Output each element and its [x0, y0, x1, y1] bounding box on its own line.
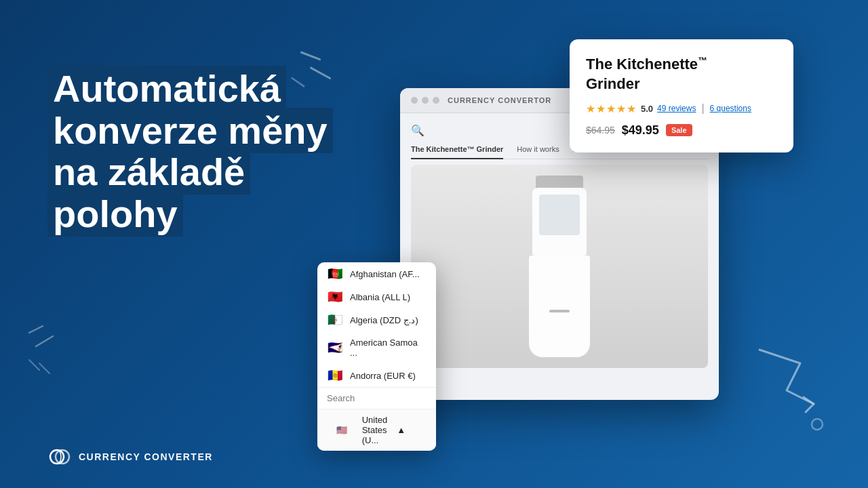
price-row: $64.95 $49.95 Sale	[586, 123, 777, 138]
country-albania: Albania (ALL L)	[350, 292, 410, 302]
hero-line1: Automatická	[47, 66, 286, 111]
grinder-body	[529, 256, 590, 357]
search-icon: 🔍	[411, 124, 425, 137]
sale-badge: Sale	[666, 124, 692, 136]
currency-dropdown: 🇦🇫 Afghanistan (AF... 🇦🇱 Albania (ALL L)…	[317, 262, 436, 451]
dropdown-item-2[interactable]: 🇩🇿 Algeria (DZD د.ج)	[317, 308, 436, 331]
dot-1	[411, 97, 418, 104]
nav-link-how[interactable]: How it works	[517, 145, 559, 153]
stars-row: ★★★★★ 5.0 49 reviews | 6 questions	[586, 102, 777, 115]
rating-number: 5.0	[641, 104, 653, 114]
logo-label: CURRENCY CONVERTER	[79, 451, 213, 462]
price-original: $64.95	[586, 125, 615, 136]
flag-afghanistan: 🇦🇫	[327, 268, 343, 279]
nav-link-grinder[interactable]: The Kitchenette™ Grinder	[411, 145, 503, 159]
country-andorra: Andorra (EUR €)	[350, 371, 416, 381]
dropdown-item-0[interactable]: 🇦🇫 Afghanistan (AF...	[317, 262, 436, 285]
svg-point-7	[812, 419, 823, 430]
hero-line2: konverze měny	[47, 108, 333, 153]
grinder-illustration	[529, 176, 590, 357]
dot-2	[422, 97, 429, 104]
hero-section: Automatická konverze měny na základě pol…	[47, 68, 359, 235]
tm-symbol: ™	[698, 55, 707, 66]
flag-usa: 🇺🇸	[327, 425, 357, 436]
dropdown-item-4[interactable]: 🇦🇩 Andorra (EUR €)	[317, 364, 436, 387]
hero-line3: na základě	[47, 149, 250, 195]
dropdown-item-3[interactable]: 🇦🇸 American Samoa ...	[317, 331, 436, 364]
svg-line-3	[29, 326, 43, 333]
flag-algeria: 🇩🇿	[327, 314, 343, 325]
product-title: The Kitchenette™Grinder	[586, 54, 777, 94]
country-american-samoa: American Samoa ...	[350, 338, 427, 358]
svg-line-6	[39, 363, 50, 373]
flag-albania: 🇦🇱	[327, 291, 343, 302]
dropdown-item-1[interactable]: 🇦🇱 Albania (ALL L)	[317, 285, 436, 308]
chevron-up-icon: ▲	[397, 425, 427, 435]
grinder-top	[532, 188, 587, 256]
selected-country-label: United States (U...	[362, 415, 392, 445]
product-image	[411, 165, 708, 368]
dropdown-footer[interactable]: 🇺🇸 United States (U... ▲	[317, 409, 436, 451]
svg-line-0	[301, 49, 319, 62]
dropdown-search-row	[317, 387, 436, 409]
separator: |	[701, 102, 704, 115]
country-algeria: Algeria (DZD د.ج)	[350, 315, 418, 325]
price-sale: $49.95	[622, 123, 659, 138]
hero-line4: polohy	[47, 191, 183, 237]
dropdown-search-input[interactable]	[327, 393, 427, 403]
stars: ★★★★★	[586, 102, 637, 115]
logo-icon	[47, 445, 72, 469]
browser-title: CURRENCY CONVERTOR	[448, 96, 551, 104]
flag-andorra: 🇦🇩	[327, 370, 343, 381]
bottom-logo: CURRENCY CONVERTER	[47, 445, 213, 469]
deco-left-lines	[26, 323, 73, 380]
dot-3	[433, 97, 439, 104]
browser-content: 🔍 The Kitchenette™ Grinder How it works …	[400, 113, 719, 379]
questions-link[interactable]: 6 questions	[710, 104, 751, 113]
reviews-link[interactable]: 49 reviews	[657, 104, 696, 113]
product-card: The Kitchenette™Grinder ★★★★★ 5.0 49 rev…	[570, 39, 793, 152]
browser-dots	[411, 97, 439, 104]
svg-line-4	[36, 336, 53, 346]
flag-american-samoa: 🇦🇸	[327, 342, 343, 353]
svg-line-5	[29, 360, 39, 370]
deco-right-lines	[746, 336, 827, 434]
country-afghanistan: Afghanistan (AF...	[350, 269, 420, 279]
grinder-lid	[536, 176, 583, 189]
